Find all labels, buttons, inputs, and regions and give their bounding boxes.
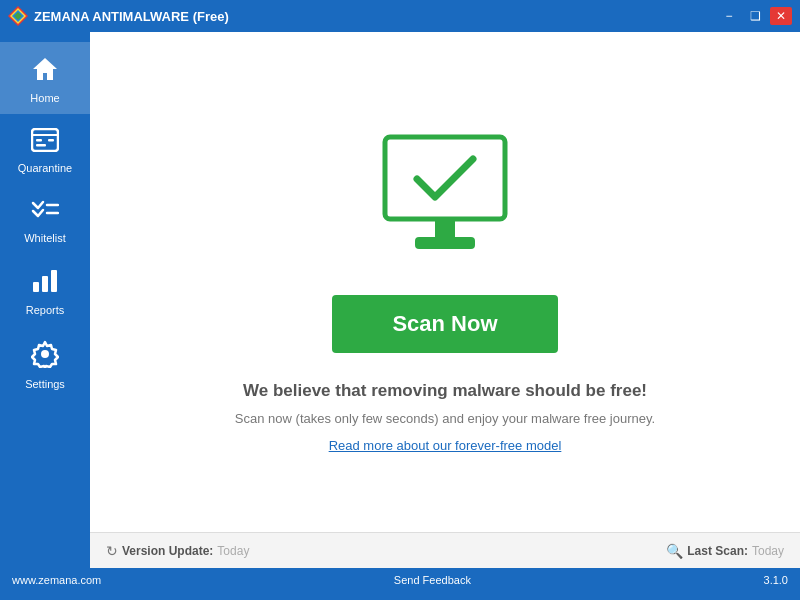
window-controls: − ❑ ✕ bbox=[718, 7, 792, 25]
home-icon bbox=[31, 56, 59, 88]
svg-rect-8 bbox=[36, 144, 46, 147]
statusbar: www.zemana.com Send Feedback 3.1.0 bbox=[0, 568, 800, 592]
version-update-value: Today bbox=[217, 544, 249, 558]
forever-free-link[interactable]: Read more about our forever-free model bbox=[329, 438, 562, 453]
svg-rect-9 bbox=[48, 139, 54, 142]
sidebar-item-quarantine[interactable]: Quarantine bbox=[0, 114, 90, 184]
version-update-label: Version Update: bbox=[122, 544, 213, 558]
restore-button[interactable]: ❑ bbox=[744, 7, 766, 25]
version-update-info: ↻ Version Update: Today bbox=[106, 543, 249, 559]
app-title: ZEMANA ANTIMALWARE (Free) bbox=[34, 9, 229, 24]
sidebar-item-settings-label: Settings bbox=[25, 378, 65, 390]
main-content: Scan Now We believe that removing malwar… bbox=[90, 32, 800, 568]
minimize-button[interactable]: − bbox=[718, 7, 740, 25]
quarantine-icon bbox=[31, 128, 59, 158]
sidebar: Home Quarantine bbox=[0, 32, 90, 568]
sidebar-item-reports-label: Reports bbox=[26, 304, 65, 316]
scan-now-button[interactable]: Scan Now bbox=[332, 295, 557, 353]
close-button[interactable]: ✕ bbox=[770, 7, 792, 25]
svg-rect-5 bbox=[32, 129, 58, 151]
titlebar: ZEMANA ANTIMALWARE (Free) − ❑ ✕ bbox=[0, 0, 800, 32]
svg-rect-16 bbox=[385, 137, 505, 219]
sidebar-item-settings[interactable]: Settings bbox=[0, 326, 90, 400]
app-logo bbox=[8, 6, 28, 26]
sidebar-item-whitelist[interactable]: Whitelist bbox=[0, 184, 90, 254]
sidebar-item-home[interactable]: Home bbox=[0, 42, 90, 114]
subtitle-text: Scan now (takes only few seconds) and en… bbox=[235, 411, 655, 426]
reports-icon bbox=[31, 268, 59, 300]
last-scan-value: Today bbox=[752, 544, 784, 558]
sidebar-item-quarantine-label: Quarantine bbox=[18, 162, 72, 174]
last-scan-info: 🔍 Last Scan: Today bbox=[666, 543, 784, 559]
svg-rect-13 bbox=[42, 276, 48, 292]
svg-rect-14 bbox=[51, 270, 57, 292]
monitor-graphic bbox=[365, 127, 525, 271]
settings-icon bbox=[31, 340, 59, 374]
sidebar-item-reports[interactable]: Reports bbox=[0, 254, 90, 326]
titlebar-left: ZEMANA ANTIMALWARE (Free) bbox=[8, 6, 229, 26]
last-scan-label: Last Scan: bbox=[687, 544, 748, 558]
statusbar-feedback[interactable]: Send Feedback bbox=[394, 574, 471, 586]
sidebar-item-whitelist-label: Whitelist bbox=[24, 232, 66, 244]
svg-rect-18 bbox=[415, 237, 475, 249]
content-area: Scan Now We believe that removing malwar… bbox=[215, 32, 675, 568]
statusbar-version: 3.1.0 bbox=[764, 574, 788, 586]
scan-icon: 🔍 bbox=[666, 543, 683, 559]
app-body: Home Quarantine bbox=[0, 32, 800, 568]
svg-marker-4 bbox=[33, 58, 57, 80]
svg-rect-7 bbox=[36, 139, 42, 142]
svg-rect-12 bbox=[33, 282, 39, 292]
svg-point-15 bbox=[41, 350, 49, 358]
whitelist-icon bbox=[31, 198, 59, 228]
monitor-icon bbox=[365, 127, 525, 267]
svg-rect-17 bbox=[435, 219, 455, 237]
statusbar-website[interactable]: www.zemana.com bbox=[12, 574, 101, 586]
tagline-text: We believe that removing malware should … bbox=[243, 381, 647, 401]
footer-bar: ↻ Version Update: Today 🔍 Last Scan: Tod… bbox=[90, 532, 800, 568]
sidebar-item-home-label: Home bbox=[30, 92, 59, 104]
update-icon: ↻ bbox=[106, 543, 118, 559]
